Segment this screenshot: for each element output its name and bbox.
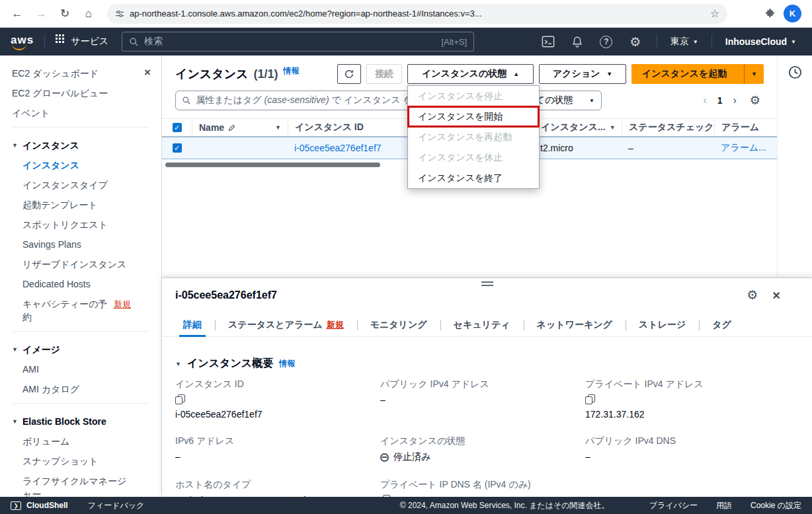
sidebar-item-events[interactable]: イベント (0, 103, 161, 123)
sidebar-item-dedicated-hosts[interactable]: Dedicated Hosts (0, 274, 161, 294)
alarm-link[interactable]: アラーム... (721, 142, 766, 154)
scrollbar-thumb[interactable] (165, 163, 380, 167)
site-info-icon[interactable] (115, 9, 124, 18)
launch-instance-button[interactable]: インスタンスを起動 ▼ (631, 64, 764, 84)
cookie-settings-link[interactable]: Cookie の設定 (751, 500, 801, 511)
chevron-down-icon[interactable]: ▼ (175, 361, 181, 367)
table-preferences-gear-icon[interactable]: ⚙ (750, 93, 760, 108)
extensions-icon[interactable] (764, 8, 776, 19)
sidebar-item-ec2-dashboard[interactable]: EC2 ダッシュボード (0, 63, 161, 83)
detail-body: ▼ インスタンス概要 情報 インスタンス ID i-05cee5ea276ef1… (162, 337, 812, 497)
terms-link[interactable]: 用語 (716, 500, 732, 511)
close-sidebar-icon[interactable]: × (144, 66, 151, 79)
panel-resize-handle[interactable] (481, 281, 493, 286)
back-icon[interactable]: ← (7, 3, 28, 24)
column-header-alarm[interactable]: アラーム (714, 119, 777, 136)
tab-tags[interactable]: タグ (699, 313, 745, 337)
column-header-status-check[interactable]: ステータスチェック (622, 119, 714, 136)
tab-details[interactable]: 詳細 (170, 313, 215, 337)
sidebar-item-reserved-instances[interactable]: リザーブドインスタンス (0, 254, 161, 274)
column-header-name[interactable]: Name ▼ (192, 119, 288, 136)
actions-button[interactable]: アクション ▼ (539, 64, 626, 84)
sidebar-item-lifecycle-manager[interactable]: ライフサイクルマネージャー (0, 471, 161, 497)
column-header-instance-type[interactable]: インスタンス... ▼ (534, 119, 622, 136)
address-bar[interactable]: ap-northeast-1.console.aws.amazon.com/ec… (107, 4, 727, 24)
chevron-up-icon: ▲ (513, 71, 519, 77)
instance-state-button[interactable]: インスタンスの状態 ▲ インスタンスを停止 インスタンスを開始 インスタンスを再… (407, 64, 534, 84)
menu-item-terminate-instance[interactable]: インスタンスを終了 (408, 168, 539, 188)
settings-gear-icon[interactable]: ⚙ (621, 30, 650, 53)
refresh-icon[interactable]: ↻ (54, 3, 75, 24)
filter-caret-icon[interactable]: ▼ (610, 124, 616, 131)
notifications-bell-icon[interactable] (563, 30, 592, 53)
row-checkbox[interactable]: ✓ (173, 143, 182, 153)
privacy-link[interactable]: プライバシー (649, 500, 698, 511)
sidebar-section-instances[interactable]: ▼ インスタンス (0, 135, 161, 155)
instance-overview-fields: インスタンス ID i-05cee5ea276ef1ef7 パブリック IPv4… (175, 379, 799, 497)
account-menu[interactable]: InhouseCloud ▼ (719, 36, 803, 47)
field-value: 停止済み (393, 451, 430, 463)
column-label: インスタンス ID (295, 122, 364, 133)
tab-storage[interactable]: ストレージ (626, 313, 699, 337)
copy-icon[interactable] (175, 394, 185, 404)
select-all-checkbox[interactable]: ✓ (173, 123, 182, 132)
select-all-cell: ✓ (162, 119, 192, 136)
instance-id-link[interactable]: i-05cee5ea276ef1ef7 (294, 143, 382, 153)
cloudshell-label: CloudShell (26, 501, 68, 510)
button-label[interactable]: インスタンスを起動 (631, 64, 737, 84)
cloudshell-icon[interactable] (534, 30, 563, 53)
tab-security[interactable]: セキュリティ (440, 313, 524, 337)
column-label: アラーム (721, 122, 759, 133)
sidebar-item-spot-requests[interactable]: スポットリクエスト (0, 215, 161, 235)
close-panel-icon[interactable]: × (772, 289, 780, 302)
sidebar-item-volumes[interactable]: ボリューム (0, 431, 161, 451)
sidebar-section-images[interactable]: ▼ イメージ (0, 340, 161, 359)
next-page-icon[interactable]: › (733, 94, 737, 106)
panel-preferences-gear-icon[interactable]: ⚙ (747, 287, 758, 303)
column-header-instance-id[interactable]: インスタンス ID (288, 119, 410, 136)
feedback-link[interactable]: フィードバック (88, 500, 145, 511)
sidebar-item-snapshots[interactable]: スナップショット (0, 451, 161, 471)
sidebar-item-ec2-global-view[interactable]: EC2 グローバルビュー (0, 83, 161, 103)
aws-logo[interactable]: aws (9, 34, 38, 50)
sidebar-item-instances[interactable]: インスタンス (0, 155, 161, 175)
tab-status-and-alarms[interactable]: ステータスとアラーム 新規 (215, 313, 357, 337)
field-ipv6: IPv6 アドレス – (175, 435, 380, 462)
sidebar-divider (12, 403, 149, 404)
chevron-down-icon: ▼ (12, 415, 18, 428)
cloudshell-button[interactable]: ❯ CloudShell (11, 501, 68, 510)
sidebar-item-savings-plans[interactable]: Savings Plans (0, 235, 161, 254)
tab-monitoring[interactable]: モニタリング (357, 313, 440, 337)
tab-networking[interactable]: ネットワーキング (524, 313, 626, 337)
menu-item-hibernate-instance: インスタンスを休止 (408, 147, 539, 168)
sidebar-item-ami-catalog[interactable]: AMI カタログ (0, 379, 161, 399)
sidebar-item-capacity-reservations[interactable]: キャパシティーの予約新規 (0, 294, 161, 327)
page-number[interactable]: 1 (717, 95, 723, 106)
history-icon[interactable] (786, 63, 803, 81)
new-badge: 新規 (114, 299, 131, 309)
field-public-ipv4-dns: パブリック IPv4 DNS – (585, 435, 799, 462)
help-icon[interactable]: ? (592, 30, 621, 53)
sidebar-section-elastic-block-store[interactable]: ▼ Elastic Block Store (0, 412, 161, 431)
launch-dropdown-toggle[interactable]: ▼ (744, 64, 764, 84)
cell-instance-type: t2.micro (534, 137, 622, 159)
sidebar-item-ami[interactable]: AMI (0, 359, 161, 379)
detail-title: i-05cee5ea276ef1ef7 (175, 289, 277, 301)
bookmark-star-icon[interactable]: ☆ (710, 7, 719, 20)
info-link[interactable]: 情報 (279, 358, 295, 369)
copy-icon[interactable] (585, 394, 595, 404)
profile-avatar[interactable]: K (784, 5, 801, 22)
region-selector[interactable]: 東京 ▼ (664, 36, 705, 48)
console-search-input[interactable]: 検索 [Alt+S] (122, 32, 474, 52)
info-link[interactable]: 情報 (284, 65, 300, 77)
field-label: パブリック IPv4 アドレス (380, 379, 585, 390)
new-badge: 新規 (327, 319, 344, 331)
services-menu-button[interactable]: サービス (52, 36, 112, 48)
sidebar-item-instance-types[interactable]: インスタンスタイプ (0, 175, 161, 195)
home-icon[interactable]: ⌂ (78, 3, 99, 24)
menu-item-start-instance[interactable]: インスタンスを開始 (408, 106, 539, 127)
sidebar-item-launch-templates[interactable]: 起動テンプレート (0, 195, 161, 215)
stopped-state-icon (380, 453, 389, 462)
refresh-button[interactable] (337, 64, 361, 84)
filter-caret-icon[interactable]: ▼ (275, 124, 281, 131)
